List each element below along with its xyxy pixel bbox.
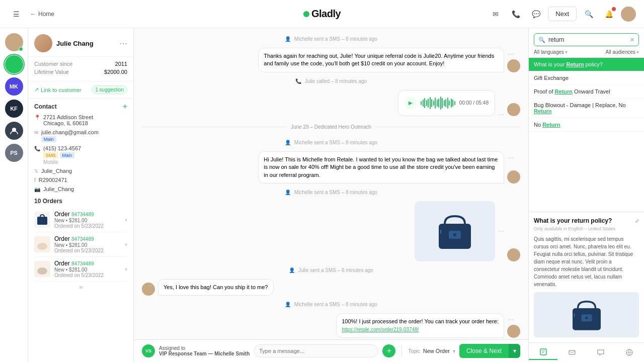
- result-item-5[interactable]: No Return: [529, 118, 644, 132]
- chat-nav-button[interactable]: 💬: [528, 6, 544, 22]
- conversation-item-kf[interactable]: KF: [5, 100, 23, 118]
- chat-bubble-incoming: Yes, I love this bag! Can you ship it to…: [158, 279, 274, 296]
- attach-button[interactable]: +: [382, 344, 395, 357]
- svg-rect-1: [37, 217, 47, 225]
- tab-notes[interactable]: [529, 345, 557, 360]
- topic-chevron-icon[interactable]: ▾: [453, 348, 455, 354]
- msg-meta-1: 👤 Michelle sent a SMS – 8 minutes ago: [142, 36, 520, 42]
- play-button[interactable]: ▶: [405, 97, 417, 109]
- conversation-item-ps[interactable]: PS: [5, 144, 23, 162]
- svg-point-6: [453, 233, 456, 236]
- waveform: [421, 96, 455, 111]
- result-item-3[interactable]: Proof of Return Onward Travel: [529, 85, 644, 99]
- msg-meta-3: 👤 Michelle sent a SMS – 8 minutes ago: [142, 190, 520, 195]
- tab-web[interactable]: [615, 345, 644, 360]
- order-thumb-3: [34, 261, 50, 277]
- result-item-4[interactable]: Bug Blowout - Damage | Replace, No Retur…: [529, 99, 644, 118]
- conversation-item-5[interactable]: [5, 122, 23, 140]
- filter-row: All languages ▾ All audiences ▾: [529, 49, 644, 58]
- top-nav: ☰ ← Home Gladly ✉ 📞 💬 Next 🔍 🔔: [0, 0, 644, 28]
- right-bottom-tabs: [529, 342, 644, 362]
- result-item-1[interactable]: What is your Return policy?: [529, 58, 644, 71]
- online-indicator: [19, 47, 23, 51]
- bubble-row-incoming: Yes, I love this bag! Can you ship it to…: [142, 279, 520, 296]
- article-image: [534, 292, 639, 337]
- menu-button[interactable]: ☰: [8, 6, 24, 22]
- chat-area: 👤 Michelle sent a SMS – 8 minutes ago Th…: [134, 28, 528, 362]
- back-arrow-icon: ←: [30, 11, 36, 18]
- language-filter[interactable]: All languages ▾: [534, 49, 568, 55]
- facebook-value: R29002471: [39, 177, 127, 183]
- bubble-menu-2[interactable]: ⋯: [508, 154, 514, 162]
- twitter-value: Julie_Chang: [41, 168, 127, 174]
- conversation-item-mk[interactable]: MK: [5, 77, 23, 96]
- message-input[interactable]: [259, 348, 373, 354]
- customer-name: Julie Chang: [56, 40, 115, 47]
- main-layout: MK KF PS Julie Chang ⋯ Customer since 20…: [0, 28, 644, 362]
- close-next-dropdown-button[interactable]: ▾: [509, 344, 520, 358]
- orders-section: 10 Orders Order 84734489: [28, 194, 133, 295]
- link-to-customer-button[interactable]: ↗ Link to customer: [34, 86, 82, 93]
- order-date-2: Ordered on 5/23/2022: [54, 248, 121, 253]
- search-clear-button[interactable]: ✕: [630, 37, 634, 43]
- search-results-list: What is your Return policy? Gift Exchang…: [529, 58, 644, 212]
- svg-rect-10: [540, 349, 546, 355]
- email-value: julie.chang@gmail.com: [41, 129, 127, 135]
- conversation-item-1[interactable]: [5, 33, 23, 51]
- user-avatar[interactable]: [621, 7, 636, 22]
- audio-menu[interactable]: ⋯: [498, 111, 504, 118]
- lifetime-value-value: $2000.00: [104, 69, 127, 75]
- customer-options-button[interactable]: ⋯: [119, 39, 127, 48]
- audio-player: ▶: [398, 90, 495, 116]
- bubble-row-3: 100%! I just processed the order! You ca…: [142, 313, 520, 338]
- search-nav-button[interactable]: 🔍: [581, 6, 597, 22]
- lifetime-value-label: Lifetime Value: [34, 69, 69, 75]
- svg-point-9: [585, 317, 588, 319]
- show-more-orders[interactable]: »: [34, 282, 127, 293]
- bubble-row-1: Thanks again for reaching out, Julie! Yo…: [142, 48, 520, 72]
- order-number-3: Order 84734489: [54, 260, 121, 267]
- knowledge-search-input[interactable]: [548, 36, 627, 43]
- email-nav-button[interactable]: ✉: [488, 6, 504, 22]
- conversation-item-2[interactable]: [5, 55, 23, 73]
- bubble-row-2: Hi Julie! This is Michelle from Retale. …: [142, 151, 520, 184]
- divider: [401, 345, 402, 357]
- customer-since-row: Customer since 2011: [34, 61, 127, 67]
- agent-avatar-3: [507, 248, 520, 261]
- contact-email: ✉ julie.chang@gmail.com Main: [28, 128, 133, 144]
- facebook-icon: f: [34, 177, 36, 183]
- next-button[interactable]: Next: [548, 7, 577, 21]
- agent-avatar-audio: [507, 103, 520, 116]
- order-item-1[interactable]: Order 84734489 New • $281.00 Ordered on …: [34, 208, 127, 232]
- topic-area: Topic New Order ▾: [408, 348, 455, 354]
- svg-rect-13: [569, 350, 575, 354]
- result-item-2[interactable]: Gift Exchange: [529, 71, 644, 85]
- home-back-button[interactable]: ← Home: [30, 11, 54, 18]
- bubble-menu-3[interactable]: ⋯: [508, 316, 514, 324]
- phone-nav-button[interactable]: 📞: [508, 6, 524, 22]
- order-tracking-link[interactable]: https://retale.com/order219-03748/: [342, 327, 419, 332]
- contact-instagram: 📷 Julie_Chang: [28, 185, 133, 194]
- order-item-2[interactable]: Order 84734489 New • $281.00 Ordered on …: [34, 232, 127, 257]
- order-chevron-1: ▾: [125, 217, 127, 223]
- expand-article-button[interactable]: ⤢: [635, 218, 639, 224]
- link-icon: ↗: [34, 86, 39, 93]
- main-tag-phone: Main: [60, 152, 75, 158]
- tab-email[interactable]: [557, 345, 586, 360]
- close-and-next-button[interactable]: Close & Next: [459, 344, 509, 358]
- img-bubble-menu[interactable]: ⋯: [498, 228, 504, 235]
- notifications-button[interactable]: 🔔: [601, 6, 617, 22]
- article-subtitle: Only available in English – United State…: [534, 226, 639, 231]
- close-next-group: Close & Next ▾: [459, 344, 520, 358]
- order-item-3[interactable]: Order 84734489 New • $281.00 Ordered on …: [34, 257, 127, 282]
- chat-messages: 👤 Michelle sent a SMS – 8 minutes ago Th…: [134, 28, 528, 339]
- bubble-menu-1[interactable]: ⋯: [508, 50, 514, 59]
- tab-chat[interactable]: [587, 345, 615, 360]
- incoming-bubble-menu[interactable]: ⋯: [148, 282, 154, 290]
- audience-filter[interactable]: All audiences ▾: [606, 49, 639, 55]
- nav-left: ☰ ← Home: [8, 6, 54, 22]
- order-status-2: New • $281.00: [54, 242, 121, 248]
- notification-badge: [612, 7, 616, 11]
- address-icon: 📍: [34, 115, 40, 120]
- add-contact-button[interactable]: +: [123, 103, 127, 111]
